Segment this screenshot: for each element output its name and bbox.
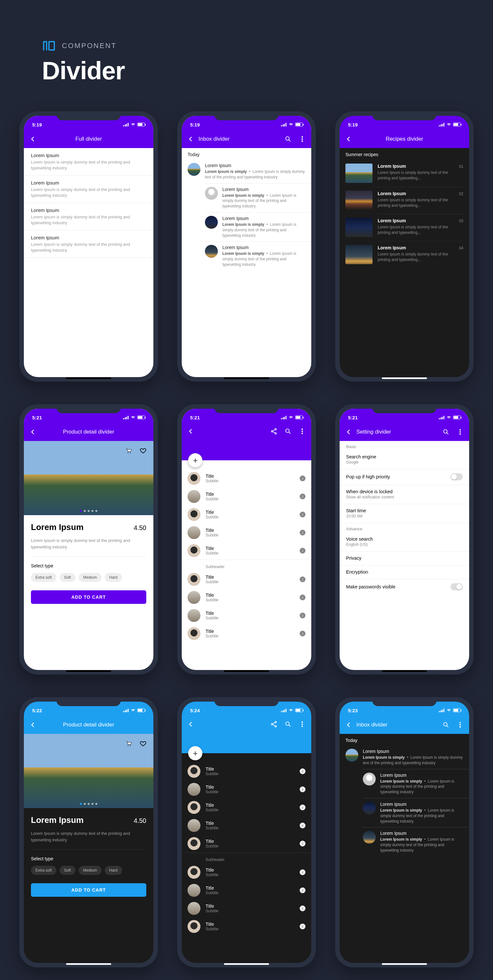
back-icon[interactable] — [27, 718, 39, 731]
back-icon[interactable] — [184, 718, 197, 731]
info-icon[interactable]: i — [300, 869, 306, 875]
row-search-engine[interactable]: Search engineGoogle — [339, 450, 469, 469]
list-item[interactable]: Lorem IpsumLorem Ipsum is simply dummy t… — [24, 148, 154, 175]
row-popup[interactable]: Pop up if high priority — [339, 469, 469, 485]
contact-item[interactable]: TitleSubtitlei — [182, 780, 311, 799]
contact-item[interactable]: TitleSubtitlei — [182, 469, 311, 487]
cart-icon[interactable] — [122, 737, 135, 750]
back-icon[interactable] — [27, 132, 39, 145]
row-passwords[interactable]: Make passwords visible — [339, 579, 469, 595]
info-icon[interactable]: i — [300, 768, 306, 774]
contact-item[interactable]: TitleSubtitlei — [182, 835, 311, 853]
more-icon[interactable] — [296, 425, 309, 438]
more-icon[interactable] — [454, 718, 466, 731]
chip[interactable]: Soft — [60, 866, 75, 875]
recipe-item[interactable]: Lorem IpsumLorem Ipsum is simply dummy t… — [339, 187, 469, 214]
row-encryption[interactable]: Encryption — [339, 565, 469, 579]
inbox-item[interactable]: Lorem IpsumLorem Ipsum is simply • Lorem… — [363, 798, 469, 827]
list-item[interactable]: Lorem IpsumLorem Ipsum is simply dummy t… — [24, 230, 154, 258]
more-icon[interactable] — [296, 132, 309, 145]
contact-item[interactable]: TitleSubtitlei — [182, 625, 311, 643]
info-icon[interactable]: i — [300, 612, 306, 618]
contact-item[interactable]: TitleSubtitlei — [182, 863, 311, 881]
info-icon[interactable]: i — [300, 530, 306, 536]
search-icon[interactable] — [282, 718, 295, 731]
search-icon[interactable] — [282, 425, 295, 438]
info-icon[interactable]: i — [300, 805, 306, 810]
add-to-cart-button[interactable]: ADD TO CART — [31, 590, 146, 604]
search-icon[interactable] — [439, 425, 452, 438]
contact-item[interactable]: TitleSubtitlei — [182, 589, 311, 606]
info-icon[interactable]: i — [300, 476, 306, 481]
inbox-item[interactable]: Lorem IpsumLorem Ipsum is simply • Lorem… — [205, 241, 311, 270]
contact-item[interactable]: TitleSubtitlei — [182, 606, 311, 625]
chip[interactable]: Soft — [60, 573, 75, 582]
info-icon[interactable]: i — [300, 512, 306, 517]
back-icon[interactable] — [27, 425, 39, 438]
heart-icon[interactable] — [136, 737, 149, 750]
info-icon[interactable]: i — [300, 841, 306, 846]
contact-item[interactable]: TitleSubtitlei — [182, 881, 311, 899]
switch[interactable] — [450, 473, 463, 480]
row-voice[interactable]: Voice searchEnglish (US) — [339, 533, 469, 551]
back-icon[interactable] — [342, 718, 355, 731]
product-hero[interactable] — [24, 734, 154, 808]
switch[interactable] — [450, 583, 463, 590]
info-icon[interactable]: i — [300, 548, 306, 554]
contact-item[interactable]: TitleSubtitlei — [182, 918, 311, 935]
inbox-item[interactable]: Lorem IpsumLorem Ipsum is simply • Lorem… — [363, 827, 469, 856]
recipe-item[interactable]: Lorem IpsumLorem Ipsum is simply dummy t… — [339, 160, 469, 187]
inbox-item[interactable]: Lorem IpsumLorem Ipsum is simply • Lorem… — [182, 160, 311, 183]
inbox-item[interactable]: Lorem IpsumLorem Ipsum is simply • Lorem… — [205, 212, 311, 241]
list-item[interactable]: Lorem IpsumLorem Ipsum is simply dummy t… — [24, 175, 154, 203]
contact-item[interactable]: TitleSubtitlei — [182, 816, 311, 835]
list-item[interactable]: Lorem IpsumLorem Ipsum is simply dummy t… — [24, 203, 154, 230]
contact-item[interactable]: TitleSubtitlei — [182, 899, 311, 918]
contact-item[interactable]: TitleSubtitlei — [182, 799, 311, 816]
info-icon[interactable]: i — [300, 493, 306, 500]
inbox-item[interactable]: Lorem IpsumLorem Ipsum is simply • Lorem… — [205, 183, 311, 212]
recipe-item[interactable]: Lorem IpsumLorem Ipsum is simply dummy t… — [339, 241, 469, 268]
cart-icon[interactable] — [122, 444, 135, 457]
info-icon[interactable]: i — [300, 595, 306, 600]
back-icon[interactable] — [184, 132, 197, 145]
info-icon[interactable]: i — [300, 576, 306, 582]
inbox-item[interactable]: Lorem IpsumLorem Ipsum is simply • Lorem… — [339, 746, 469, 769]
chip[interactable]: Extra soft — [31, 573, 56, 582]
share-icon[interactable] — [268, 718, 281, 731]
search-icon[interactable] — [282, 132, 295, 145]
share-icon[interactable] — [268, 425, 281, 438]
chip[interactable]: Medium — [79, 573, 101, 582]
info-icon[interactable]: i — [300, 924, 306, 929]
chip[interactable]: Hard — [105, 866, 122, 875]
back-icon[interactable] — [342, 132, 355, 145]
info-icon[interactable]: i — [300, 888, 306, 893]
add-to-cart-button[interactable]: ADD TO CART — [31, 883, 146, 897]
contact-item[interactable]: TitleSubtitlei — [182, 762, 311, 780]
info-icon[interactable]: i — [300, 631, 306, 636]
row-privacy[interactable]: Privacy — [339, 552, 469, 565]
contact-item[interactable]: TitleSubtitlei — [182, 487, 311, 506]
more-icon[interactable] — [296, 718, 309, 731]
chip[interactable]: Extra soft — [31, 866, 56, 875]
product-hero[interactable] — [24, 441, 154, 515]
add-fab[interactable]: + — [188, 453, 202, 468]
contact-item[interactable]: TitleSubtitlei — [182, 542, 311, 560]
row-locked[interactable]: When device is lockedShow all notificati… — [339, 485, 469, 504]
back-icon[interactable] — [184, 425, 197, 438]
contact-item[interactable]: TitleSubtitlei — [182, 506, 311, 523]
contact-item[interactable]: TitleSubtitlei — [182, 570, 311, 589]
inbox-item[interactable]: Lorem IpsumLorem Ipsum is simply • Lorem… — [363, 769, 469, 798]
info-icon[interactable]: i — [300, 822, 306, 828]
chip[interactable]: Medium — [79, 866, 101, 875]
row-start-time[interactable]: Start time10:00 AM — [339, 504, 469, 523]
contact-item[interactable]: TitleSubtitlei — [182, 523, 311, 542]
recipe-item[interactable]: Lorem IpsumLorem Ipsum is simply dummy t… — [339, 214, 469, 241]
search-icon[interactable] — [439, 718, 452, 731]
info-icon[interactable]: i — [300, 905, 306, 911]
more-icon[interactable] — [454, 425, 466, 438]
add-fab[interactable]: + — [188, 746, 202, 760]
heart-icon[interactable] — [136, 444, 149, 457]
chip[interactable]: Hard — [105, 573, 122, 582]
back-icon[interactable] — [342, 425, 355, 438]
